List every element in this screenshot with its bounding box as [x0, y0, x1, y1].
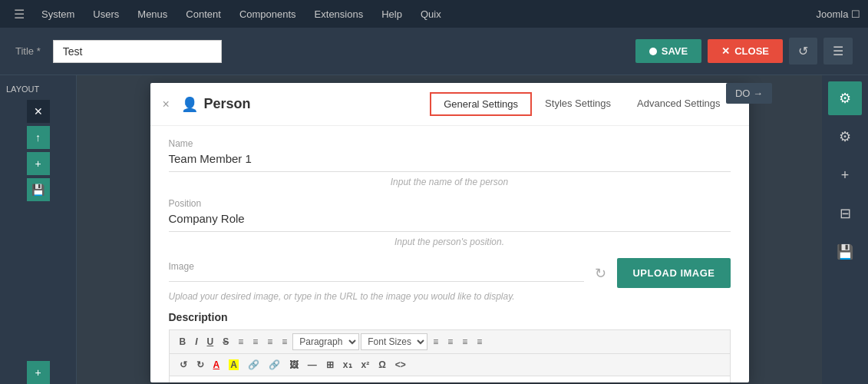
description-label: Description	[169, 311, 731, 323]
modal-title-text: Person	[204, 96, 251, 112]
nav-menus[interactable]: Menus	[130, 5, 175, 23]
name-value[interactable]: Team Member 1	[169, 152, 731, 168]
sidebar-add2-button[interactable]: +	[27, 361, 50, 384]
layers-button[interactable]: ⊟	[828, 197, 862, 230]
person-modal: × 👤 Person General Settings Styles Setti…	[150, 83, 749, 382]
top-navigation: ☰ System Users Menus Content Components …	[0, 0, 868, 28]
do-button[interactable]: DO →	[726, 83, 772, 104]
add-button[interactable]: +	[828, 158, 862, 192]
position-label: Position	[169, 198, 731, 209]
editor-content[interactable]: Aenean consectetur ipsum ante, vel egest…	[169, 376, 731, 382]
nav-content[interactable]: Content	[178, 5, 229, 23]
save-dot-icon	[649, 48, 657, 55]
editor-strikethrough[interactable]: S	[219, 334, 233, 349]
editor-table[interactable]: ⊞	[322, 357, 338, 372]
nav-system[interactable]: System	[34, 5, 82, 23]
editor-align-center[interactable]: ≡	[249, 334, 262, 349]
modal-header: × 👤 Person General Settings Styles Setti…	[150, 83, 749, 126]
tab-advanced-settings[interactable]: Advanced Settings	[624, 92, 733, 116]
title-label: Title *	[15, 45, 41, 57]
editor-indent[interactable]: ≡	[458, 334, 471, 349]
position-value[interactable]: Company Role	[169, 212, 731, 228]
modal-close-button[interactable]: ×	[160, 94, 173, 114]
modal-body: Name Team Member 1 Input the name of the…	[150, 126, 749, 382]
toolbar-right: SAVE ✕ CLOSE ↺ ☰	[635, 38, 853, 65]
editor-source[interactable]: <>	[391, 357, 410, 372]
name-hint: Input the name of the person	[169, 177, 731, 187]
save-icon-button[interactable]: 💾	[828, 235, 862, 269]
save-button[interactable]: SAVE	[635, 39, 701, 63]
nav-components[interactable]: Components	[232, 5, 304, 23]
position-hint: Input the person's position.	[169, 237, 731, 247]
editor-link[interactable]: 🔗	[244, 357, 263, 372]
editor-list-ul[interactable]: ≡	[429, 334, 442, 349]
sidebar-toggle[interactable]: ☰	[8, 4, 31, 25]
image-hint: Upload your desired image, or type in th…	[169, 291, 731, 302]
editor-subscript[interactable]: x₁	[339, 357, 356, 372]
modal-tabs: General Settings Styles Settings Advance…	[430, 92, 733, 116]
nav-right: Joomla ☐	[816, 8, 860, 20]
editor-fontsize-select[interactable]: Font Sizes	[361, 333, 427, 350]
menu-button[interactable]: ☰	[823, 38, 853, 65]
editor-align-justify[interactable]: ≡	[278, 334, 291, 349]
toolbar: Title * SAVE ✕ CLOSE ↺ ☰	[0, 28, 868, 75]
title-input[interactable]	[53, 40, 222, 63]
editor-superscript[interactable]: x²	[358, 357, 374, 372]
editor-outdent[interactable]: ≡	[473, 334, 486, 349]
editor-image[interactable]: 🖼	[285, 357, 302, 372]
main-area: LAYOUT ✕ ↑ + 💾 + × 👤 Person General Sett…	[0, 75, 868, 384]
close-sidebar-button[interactable]: ✕	[27, 100, 50, 123]
editor-toolbar-row1: B I U S ≡ ≡ ≡ ≡ Paragraph Font Sizes	[169, 329, 731, 353]
settings-button-active[interactable]: ⚙	[828, 81, 862, 115]
close-label: CLOSE	[734, 45, 769, 57]
image-refresh-button[interactable]: ↻	[592, 262, 609, 285]
editor-list-ol[interactable]: ≡	[444, 334, 457, 349]
editor-italic[interactable]: I	[191, 334, 201, 349]
save-label: SAVE	[662, 45, 688, 57]
image-input-value[interactable]	[169, 275, 585, 278]
nav-help[interactable]: Help	[374, 5, 410, 23]
content-area: × 👤 Person General Settings Styles Setti…	[77, 75, 822, 384]
right-panel: ⚙ ⚙ + ⊟ 💾	[822, 75, 868, 384]
editor-unlink[interactable]: 🔗	[265, 357, 284, 372]
tab-styles-settings[interactable]: Styles Settings	[532, 92, 624, 116]
editor-paragraph-select[interactable]: Paragraph	[292, 333, 359, 350]
person-icon: 👤	[181, 96, 198, 113]
modal-overlay: × 👤 Person General Settings Styles Setti…	[77, 75, 822, 384]
editor-align-left[interactable]: ≡	[234, 334, 247, 349]
editor-align-right[interactable]: ≡	[263, 334, 276, 349]
left-sidebar: LAYOUT ✕ ↑ + 💾 +	[0, 75, 77, 384]
sidebar-up-button[interactable]: ↑	[27, 126, 50, 149]
do-area: DO →	[726, 83, 772, 104]
image-row: Image ↻ UPLOAD IMAGE	[169, 258, 731, 288]
image-separator	[169, 281, 585, 282]
close-x-icon: ✕	[721, 45, 730, 57]
settings-button-2[interactable]: ⚙	[828, 120, 862, 154]
nav-extensions[interactable]: Extensions	[307, 5, 371, 23]
close-button[interactable]: ✕ CLOSE	[708, 39, 783, 63]
tab-general-settings[interactable]: General Settings	[430, 92, 532, 116]
sidebar-save-button[interactable]: 💾	[27, 178, 50, 201]
editor-bg-color[interactable]: A	[225, 357, 243, 372]
layout-label: LAYOUT	[0, 81, 76, 97]
editor-redo[interactable]: ↻	[193, 357, 208, 372]
image-input-area: Image	[169, 261, 585, 285]
nav-users[interactable]: Users	[85, 5, 127, 23]
sidebar-add-button[interactable]: +	[27, 152, 50, 175]
editor-hr[interactable]: —	[304, 357, 321, 372]
image-label: Image	[169, 261, 585, 272]
refresh-button[interactable]: ↺	[789, 38, 817, 65]
editor-bold[interactable]: B	[176, 334, 190, 349]
editor-toolbar-row2: ↺ ↻ A A 🔗 🔗 🖼 — ⊞ x₁ x² Ω <>	[169, 353, 731, 376]
name-separator	[169, 171, 731, 172]
modal-title: 👤 Person	[166, 96, 251, 113]
position-separator	[169, 231, 731, 232]
editor-font-color[interactable]: A	[210, 357, 224, 372]
editor-special-chars[interactable]: Ω	[375, 357, 390, 372]
name-label: Name	[169, 138, 731, 149]
joomla-label: Joomla ☐	[816, 8, 860, 20]
editor-undo[interactable]: ↺	[176, 357, 191, 372]
editor-underline[interactable]: U	[203, 334, 218, 349]
upload-image-button[interactable]: UPLOAD IMAGE	[617, 258, 730, 288]
nav-quix[interactable]: Quix	[413, 5, 449, 23]
